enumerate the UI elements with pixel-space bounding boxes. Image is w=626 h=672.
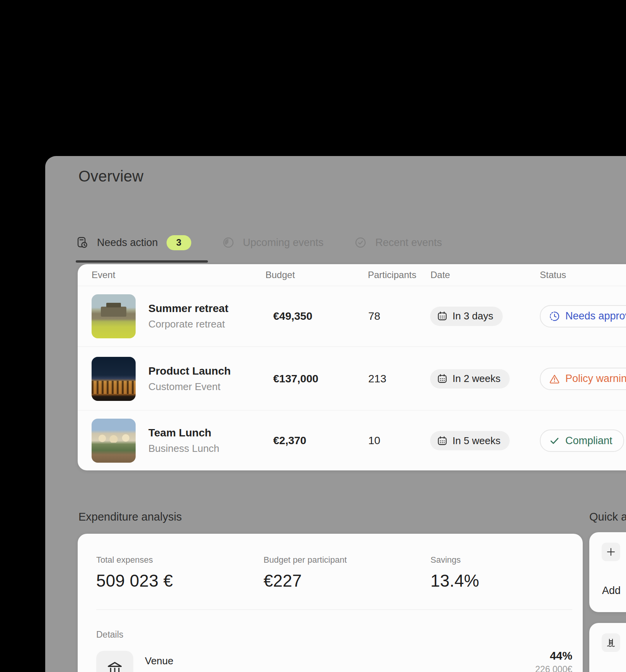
tab-bar: Needs action 3 Upcoming events Recent ev… [76, 234, 442, 251]
quick-action-add-card[interactable]: Add [589, 532, 626, 612]
page-title: Overview [78, 168, 143, 185]
event-title: Team Lunch [148, 427, 219, 439]
warning-triangle-icon [549, 373, 560, 384]
ladder-icon [606, 638, 616, 648]
tab-label: Upcoming events [243, 237, 324, 249]
ladder-icon-box [602, 633, 620, 652]
column-header-status: Status [540, 270, 566, 280]
date-pill: In 5 weeks [430, 431, 510, 450]
calendar-icon [437, 373, 447, 384]
status-badge[interactable]: Policy warning [540, 368, 626, 390]
table-row[interactable]: Product Launch Customer Event €137,000 2… [78, 346, 626, 411]
detail-label: Venue [145, 655, 174, 667]
table-header: Event Budget Participants Date Status [78, 264, 626, 286]
column-header-date: Date [430, 270, 450, 280]
event-title: Summer retreat [148, 302, 228, 315]
quick-actions-heading: Quick actions [589, 511, 626, 523]
participants-value: 10 [368, 434, 380, 447]
status-badge[interactable]: Needs approval [540, 305, 626, 328]
event-subtitle: Business Lunch [148, 443, 219, 455]
divider [96, 609, 572, 610]
budget-value: €49,350 [273, 310, 312, 322]
date-pill: In 3 days [430, 307, 503, 326]
tab-needs-action[interactable]: Needs action 3 [76, 235, 191, 250]
stat-budget-per-participant: Budget per participant €227 [264, 555, 347, 591]
document-clock-icon [76, 236, 88, 249]
plus-icon [606, 547, 616, 557]
expenditure-card: Total expenses 509 023 € Budget per part… [78, 534, 583, 672]
date-label: In 2 weeks [452, 373, 500, 385]
venue-building-icon [106, 660, 124, 672]
stat-value: €227 [264, 571, 347, 591]
participants-value: 213 [368, 373, 386, 385]
table-row[interactable]: Summer retreat Corporate retreat €49,350… [78, 286, 626, 346]
tab-label: Recent events [375, 237, 442, 249]
expenditure-heading: Expenditure analysis [78, 511, 182, 523]
table-row[interactable]: Team Lunch Business Lunch €2,370 10 In 5… [78, 410, 626, 471]
tab-recent-events[interactable]: Recent events [354, 236, 442, 249]
tab-upcoming-events[interactable]: Upcoming events [222, 236, 324, 249]
event-thumbnail [92, 294, 136, 338]
column-header-event: Event [92, 270, 115, 280]
budget-value: €137,000 [273, 373, 318, 385]
event-subtitle: Customer Event [148, 381, 231, 393]
pending-clock-icon [549, 311, 560, 322]
status-label: Needs approval [565, 310, 626, 322]
event-title: Product Launch [148, 365, 231, 377]
check-icon [549, 435, 560, 446]
event-subtitle: Corporate retreat [148, 318, 228, 330]
date-pill: In 2 weeks [430, 369, 510, 389]
needs-action-table: Event Budget Participants Date Status Su… [78, 264, 626, 470]
details-heading: Details [96, 630, 123, 640]
check-circle-icon [354, 236, 367, 249]
calendar-icon [437, 311, 447, 321]
status-label: Policy warning [565, 373, 626, 385]
history-clock-icon [222, 236, 235, 249]
stat-value: 13.4% [430, 571, 479, 591]
stat-savings: Savings 13.4% [430, 555, 479, 591]
event-thumbnail [92, 357, 136, 401]
overview-panel: Overview Needs action 3 Upcoming events [45, 156, 626, 672]
participants-value: 78 [368, 310, 380, 322]
active-tab-indicator [76, 260, 208, 263]
stat-total-expenses: Total expenses 509 023 € [96, 555, 173, 591]
stat-label: Total expenses [96, 555, 173, 565]
event-thumbnail [92, 419, 136, 463]
date-label: In 3 days [452, 310, 493, 322]
tab-label: Needs action [97, 237, 158, 249]
column-header-budget: Budget [265, 270, 295, 280]
calendar-icon [437, 436, 447, 446]
plus-icon-box [602, 543, 620, 561]
stat-label: Budget per participant [264, 555, 347, 565]
status-label: Compliant [565, 435, 612, 447]
needs-action-count-badge: 3 [167, 235, 191, 250]
stat-value: 509 023 € [96, 571, 173, 591]
venue-icon-box [96, 651, 133, 672]
detail-amount: 226 000€ [535, 664, 572, 672]
quick-action-card[interactable] [589, 623, 626, 672]
budget-value: €2,370 [273, 434, 306, 447]
detail-percent: 44% [550, 650, 572, 662]
column-header-participants: Participants [368, 270, 416, 280]
status-badge[interactable]: Compliant [540, 429, 624, 452]
date-label: In 5 weeks [452, 435, 500, 447]
stat-label: Savings [430, 555, 479, 565]
quick-action-label: Add [602, 585, 621, 597]
